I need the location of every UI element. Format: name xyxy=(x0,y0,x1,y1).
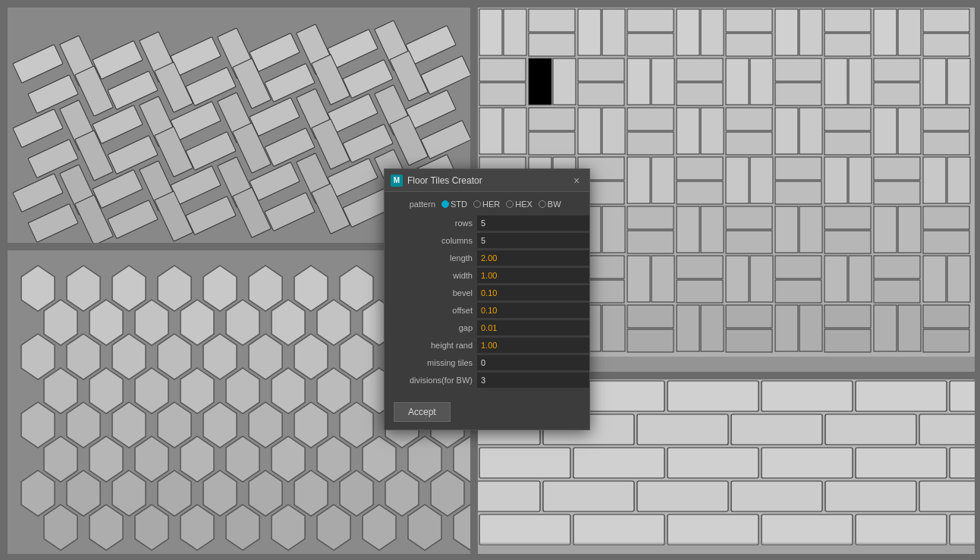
svg-rect-162 xyxy=(825,206,871,229)
svg-rect-4 xyxy=(171,37,221,76)
svg-rect-102 xyxy=(825,58,847,105)
svg-rect-194 xyxy=(627,305,674,328)
svg-rect-158 xyxy=(726,206,772,229)
dialog-title: Floor Tiles Creator xyxy=(407,175,482,186)
svg-rect-114 xyxy=(627,108,674,131)
offset-input[interactable] xyxy=(477,303,589,318)
close-button[interactable]: × xyxy=(570,174,583,187)
height-rand-label: height rand xyxy=(394,341,477,350)
svg-rect-205 xyxy=(898,305,921,351)
svg-rect-117 xyxy=(701,108,724,154)
svg-rect-185 xyxy=(874,280,920,303)
svg-rect-178 xyxy=(726,256,749,302)
svg-rect-228 xyxy=(478,481,540,511)
radio-her-label: HER xyxy=(482,200,500,209)
svg-rect-153 xyxy=(602,206,625,253)
svg-rect-127 xyxy=(923,132,969,155)
columns-input[interactable] xyxy=(477,233,589,248)
svg-rect-119 xyxy=(726,132,772,155)
svg-rect-146 xyxy=(923,157,946,203)
svg-rect-231 xyxy=(731,481,822,511)
missing-tiles-input[interactable] xyxy=(477,355,589,370)
svg-rect-180 xyxy=(775,256,821,278)
gap-label: gap xyxy=(394,323,477,332)
svg-rect-222 xyxy=(479,448,570,478)
svg-rect-134 xyxy=(627,157,650,203)
radio-option-std[interactable]: STD xyxy=(441,200,467,209)
svg-rect-147 xyxy=(947,157,970,203)
svg-rect-214 xyxy=(856,381,947,411)
bevel-label: bevel xyxy=(394,288,477,297)
form-row-height-rand: height rand xyxy=(394,337,580,354)
svg-rect-105 xyxy=(874,83,920,105)
length-input[interactable] xyxy=(477,250,589,266)
form-row-width: width xyxy=(394,267,580,284)
svg-rect-166 xyxy=(923,206,969,229)
svg-rect-230 xyxy=(637,481,728,511)
svg-rect-21 xyxy=(421,56,470,95)
accept-button[interactable]: Accept xyxy=(394,402,451,422)
radio-hex-circle xyxy=(506,200,514,208)
dialog-footer: Accept xyxy=(385,396,589,429)
svg-rect-215 xyxy=(950,381,975,411)
svg-rect-89 xyxy=(479,83,526,105)
svg-rect-91 xyxy=(553,58,576,105)
form-row-columns: columns xyxy=(394,232,580,249)
svg-rect-236 xyxy=(667,514,759,545)
svg-rect-197 xyxy=(701,305,724,351)
svg-rect-225 xyxy=(762,448,853,478)
radio-bw-label: BW xyxy=(548,200,561,209)
width-input[interactable] xyxy=(477,268,589,283)
svg-rect-204 xyxy=(874,305,897,351)
svg-rect-213 xyxy=(762,381,853,411)
dialog-body: pattern STD HER HEX BW xyxy=(385,192,589,396)
radio-her-circle xyxy=(473,200,481,208)
svg-rect-72 xyxy=(578,9,601,55)
svg-rect-78 xyxy=(726,9,772,32)
svg-rect-43 xyxy=(421,121,470,159)
offset-label: offset xyxy=(394,306,477,315)
radio-option-her[interactable]: HER xyxy=(473,200,500,209)
svg-rect-94 xyxy=(627,58,650,105)
svg-rect-106 xyxy=(923,58,946,105)
height-rand-input[interactable] xyxy=(477,338,589,353)
gap-input[interactable] xyxy=(477,320,589,335)
svg-rect-104 xyxy=(874,58,920,81)
svg-rect-221 xyxy=(919,414,975,445)
svg-rect-237 xyxy=(762,514,853,545)
svg-rect-83 xyxy=(825,33,871,56)
radio-std-label: STD xyxy=(451,200,467,209)
svg-rect-218 xyxy=(637,414,728,445)
svg-rect-115 xyxy=(627,132,674,155)
form-row-divisions: divisions(for BW) xyxy=(394,372,580,389)
svg-rect-96 xyxy=(677,58,723,81)
form-row-missing-tiles: missing tiles xyxy=(394,354,580,371)
svg-rect-6 xyxy=(250,33,300,72)
svg-rect-156 xyxy=(677,206,699,253)
svg-rect-111 xyxy=(529,132,575,155)
radio-option-bw[interactable]: BW xyxy=(539,200,561,209)
dialog-title-left: M Floor Tiles Creator xyxy=(391,175,482,187)
divisions-input[interactable] xyxy=(477,373,589,388)
svg-rect-196 xyxy=(677,305,699,351)
svg-rect-116 xyxy=(677,108,699,154)
radio-std-circle xyxy=(441,200,449,208)
svg-rect-108 xyxy=(479,108,502,154)
svg-rect-2 xyxy=(93,41,143,80)
svg-rect-187 xyxy=(947,256,970,302)
svg-rect-207 xyxy=(923,329,969,352)
svg-rect-69 xyxy=(504,9,526,55)
svg-rect-238 xyxy=(856,514,947,545)
svg-rect-157 xyxy=(701,206,724,253)
svg-rect-70 xyxy=(529,9,575,32)
form-rows: rows columns length width bevel offset xyxy=(394,215,580,389)
svg-rect-226 xyxy=(856,448,947,478)
svg-rect-103 xyxy=(849,58,872,105)
radio-option-hex[interactable]: HEX xyxy=(506,200,532,209)
svg-rect-212 xyxy=(667,381,759,411)
length-label: length xyxy=(394,253,477,263)
rows-input[interactable] xyxy=(477,216,589,231)
bevel-input[interactable] xyxy=(477,285,589,300)
svg-rect-154 xyxy=(627,206,674,229)
svg-rect-203 xyxy=(825,329,871,352)
